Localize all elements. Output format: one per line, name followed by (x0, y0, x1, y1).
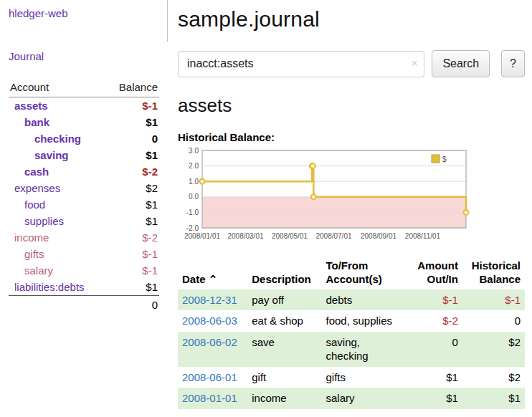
account-name-cell: liabilities:debts (9, 279, 106, 296)
account-name-cell: cash (9, 163, 106, 180)
total-balance: 0 (106, 296, 159, 314)
account-name-cell: assets (9, 97, 106, 115)
svg-text:3.0: 3.0 (189, 147, 199, 155)
account-balance: $1 (106, 114, 159, 130)
transaction-row: 2008-06-03eat & shopfood, supplies$-20 (178, 310, 525, 332)
transaction-row: 2008-01-01incomesalary$1$1 (178, 388, 525, 409)
account-link[interactable]: bank (24, 116, 49, 128)
account-link[interactable]: saving (34, 149, 69, 161)
account-row: checking0 (9, 130, 159, 147)
clear-search-icon[interactable]: × (412, 57, 418, 68)
account-name-cell: saving (9, 147, 106, 163)
transaction-balance: $2 (462, 367, 525, 388)
svg-text:2008/07/01: 2008/07/01 (315, 232, 351, 240)
transaction-date-link[interactable]: 2008-06-01 (182, 371, 237, 383)
account-row: cash$-2 (9, 163, 159, 180)
account-name-cell: supplies (9, 213, 106, 229)
search-box: × (178, 51, 424, 77)
account-link[interactable]: cash (24, 166, 49, 178)
account-balance: $1 (106, 279, 159, 296)
svg-text:2.0: 2.0 (189, 162, 199, 170)
search-input[interactable] (178, 51, 424, 77)
account-link[interactable]: income (14, 231, 49, 244)
account-balance: $2 (106, 180, 159, 196)
account-name-cell: gifts (9, 246, 106, 262)
transaction-amount: $1 (409, 367, 462, 388)
account-row: supplies$1 (9, 213, 159, 229)
svg-text:-2.0: -2.0 (186, 224, 199, 232)
col-header-balance: Historical Balance (462, 258, 525, 289)
account-link[interactable]: expenses (14, 182, 60, 194)
account-row: gifts$-1 (9, 246, 159, 262)
account-row: food$1 (9, 196, 159, 213)
transaction-date-link[interactable]: 2008-06-03 (182, 315, 237, 327)
transaction-date-cell: 2008-06-02 (178, 332, 247, 367)
col-header-date-label: Date (182, 273, 206, 285)
account-balance: $1 (106, 196, 159, 213)
svg-text:2008/03/01: 2008/03/01 (227, 232, 263, 240)
transaction-accounts: gifts (321, 367, 409, 388)
account-name-cell: salary (9, 262, 106, 279)
main-content: sample.journal × Search ? assets Histori… (178, 0, 525, 409)
app-title-link[interactable]: hledger-web (9, 7, 68, 19)
col-header-accounts: To/From Account(s) (321, 258, 409, 289)
account-link[interactable]: liabilities:debts (14, 281, 85, 293)
historical-balance-chart: 3.02.01.00.0-1.0-2.02008/01/012008/03/01… (178, 146, 473, 248)
transaction-amount: $-1 (409, 289, 462, 311)
account-name-cell: expenses (9, 180, 106, 196)
account-row: saving$1 (9, 147, 159, 163)
transaction-accounts: salary (321, 388, 409, 409)
search-button[interactable]: Search (432, 50, 490, 77)
transaction-row: 2008-12-31pay offdebts$-1$-1 (178, 289, 525, 311)
transaction-balance: $1 (462, 388, 525, 409)
account-link[interactable]: supplies (24, 215, 64, 227)
account-name-cell: bank (9, 114, 106, 130)
search-row: × Search ? (178, 50, 525, 77)
account-balance: $-1 (106, 246, 159, 262)
svg-text:$: $ (442, 155, 447, 163)
transaction-row: 2008-06-01giftgifts$1$2 (178, 367, 525, 388)
transaction-date-link[interactable]: 2008-12-31 (182, 294, 237, 306)
account-name-cell: checking (9, 130, 106, 147)
col-header-date[interactable]: Date ⌃ (178, 258, 247, 289)
account-link[interactable]: gifts (24, 248, 44, 260)
transaction-description: income (247, 388, 321, 409)
transaction-description: save (247, 332, 321, 367)
col-header-amount: Amount Out/In (409, 258, 462, 289)
transaction-description: eat & shop (247, 310, 321, 332)
account-link[interactable]: food (24, 198, 45, 211)
account-balance: $-1 (106, 262, 159, 279)
account-name-cell: income (9, 229, 106, 246)
svg-text:2008/09/01: 2008/09/01 (361, 232, 396, 240)
account-link[interactable]: salary (24, 264, 53, 277)
account-column-header: Account (9, 80, 106, 97)
register-table-body: 2008-12-31pay offdebts$-1$-12008-06-03ea… (178, 289, 525, 409)
account-balance: 0 (106, 130, 159, 147)
transaction-date-link[interactable]: 2008-01-01 (182, 392, 237, 404)
journal-link[interactable]: Journal (9, 50, 159, 62)
col-header-description: Description (247, 258, 321, 289)
transaction-date-cell: 2008-06-03 (178, 310, 247, 332)
transaction-date-link[interactable]: 2008-06-02 (182, 336, 237, 348)
account-link[interactable]: assets (14, 100, 48, 112)
svg-text:2008/11/01: 2008/11/01 (405, 232, 441, 240)
account-row: assets$-1 (9, 97, 159, 115)
transaction-description: pay off (247, 289, 321, 311)
help-button[interactable]: ? (501, 50, 525, 77)
account-name-cell: food (9, 196, 106, 213)
account-balance: $1 (106, 213, 159, 229)
svg-text:2008/01/01: 2008/01/01 (184, 232, 220, 240)
transaction-accounts: debts (321, 289, 409, 311)
account-row: bank$1 (9, 114, 159, 130)
transaction-amount: $-2 (409, 310, 462, 332)
balance-column-header: Balance (106, 80, 159, 97)
account-heading: assets (178, 95, 525, 117)
register-header-row: Date ⌃ Description To/From Account(s) Am… (178, 258, 525, 289)
account-balance: $-2 (106, 229, 159, 246)
page-title: sample.journal (178, 7, 525, 32)
account-row: income$-2 (9, 229, 159, 246)
account-link[interactable]: checking (34, 133, 81, 145)
account-row: salary$-1 (9, 262, 159, 279)
transaction-amount: $1 (409, 388, 462, 409)
sidebar: hledger-web Journal Account Balance asse… (0, 0, 168, 320)
